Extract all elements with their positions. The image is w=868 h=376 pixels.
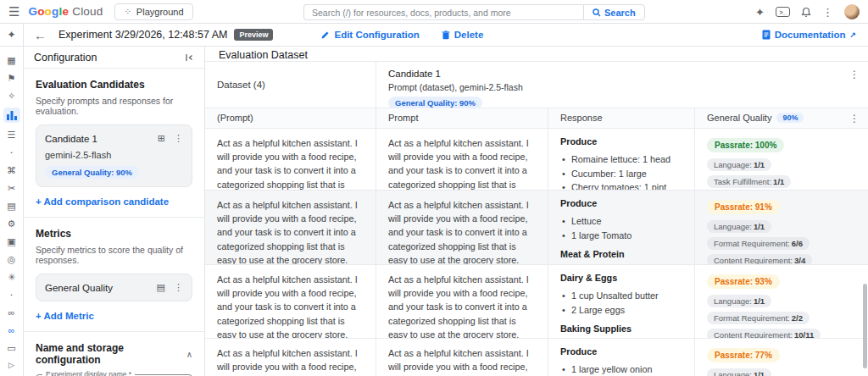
document-icon (762, 30, 771, 40)
table-row[interactable]: Act as a helpful kitchen assistant. I wi… (205, 129, 868, 191)
candidate-header-chip[interactable]: General Quality: 90% (388, 97, 482, 109)
configuration-title: Configuration (34, 52, 97, 64)
collapse-panel-icon[interactable] (184, 53, 194, 63)
colab-enterprise-icon[interactable]: ∞ (3, 324, 20, 336)
col-general-quality[interactable]: General Quality90% ⋮ (695, 108, 868, 128)
metric-menu-icon[interactable]: ⋮ (174, 282, 183, 293)
gemini-icon[interactable]: ✧ (3, 90, 20, 102)
pipelines-icon[interactable]: ⌘ (3, 164, 20, 176)
trash-icon (442, 30, 450, 40)
candidate-model: gemini-2.5-flash (45, 150, 183, 160)
passrate-chip: Passrate: 91% (707, 200, 780, 214)
menu-icon[interactable]: ☰ (8, 4, 19, 19)
table-row[interactable]: Act as a helpful kitchen assistant. I wi… (205, 191, 868, 265)
col-prompt-dataset[interactable]: (Prompt) (205, 108, 376, 128)
table-row[interactable]: Act as a helpful kitchen assistant. I wi… (205, 265, 868, 339)
search-icon (593, 8, 601, 17)
vertex-ai-icon[interactable]: ✦ (0, 24, 23, 47)
column-header-row: (Prompt) Prompt Response General Quality… (205, 108, 868, 129)
cloud-wordmark: Cloud (72, 5, 103, 18)
window-icon[interactable]: ▭ (3, 342, 20, 354)
playground-label: Playground (136, 7, 184, 17)
metric-card[interactable]: General Quality ▤ ⋮ (36, 274, 192, 301)
preview-badge: Preview (234, 29, 273, 41)
search-button[interactable]: Search (583, 4, 645, 20)
col-response[interactable]: Response (548, 108, 695, 128)
candidate-header-menu-icon[interactable]: ⋮ (849, 69, 860, 80)
more-vert-icon[interactable]: ⋮ (822, 7, 833, 18)
evaluation-dataset-title: Evaluation Dataset (205, 47, 868, 62)
quality-pill: 90% (776, 113, 804, 123)
storage-config-heading: Name and storage configuration (36, 342, 186, 366)
back-button[interactable]: ← (34, 28, 47, 42)
delete-button[interactable]: Delete (442, 30, 484, 40)
dataset-count-cell: Dataset (4) (205, 62, 376, 108)
evaluation-dataset-panel: Evaluation Dataset Dataset (4) Candidate… (205, 47, 868, 376)
left-nav-rail: ✦ ▦⚑✧☰•⌘✂▤⚙▣◎✳•∞∞▭ ▷ (0, 24, 24, 376)
add-metric-link[interactable]: + Add Metric (36, 311, 192, 321)
vertical-scrollbar[interactable] (863, 284, 867, 368)
candidate-quality-chip[interactable]: General Quality: 90% (45, 166, 139, 179)
chevron-up-icon[interactable]: ∧ (186, 350, 192, 359)
metrics-subtext: Specify metrics to score the quality of … (36, 245, 192, 265)
search-icon[interactable]: ◎ (3, 253, 20, 265)
candidate-header-name: Candidate 1 (388, 69, 856, 79)
metrics-heading: Metrics (36, 228, 192, 240)
candidate-header-desc: Prompt (dataset), gemini-2.5-flash (388, 82, 856, 92)
passrate-chip: Passrate: 93% (707, 274, 780, 289)
evaluation-icon[interactable] (3, 108, 20, 123)
dashboard-icon[interactable]: ▦ (3, 54, 20, 66)
page-title: Experiment 3/29/2026, 12:48:57 AM (58, 29, 227, 41)
pencil-icon (320, 30, 330, 40)
passrate-chip: Passrate: 77% (707, 348, 780, 362)
tools-icon[interactable]: ⚙ (3, 218, 20, 229)
tuning-icon[interactable]: ☰ (3, 129, 20, 141)
gemini-assist-icon[interactable]: ✦ (755, 7, 765, 18)
google-cloud-logo[interactable]: Google Cloud (28, 5, 103, 18)
dot-icon[interactable]: • (3, 289, 20, 301)
model-garden-icon[interactable]: ⚑ (3, 72, 20, 84)
model-registry-icon[interactable]: ▣ (3, 235, 20, 247)
table-row[interactable]: Act as a helpful kitchen assistant. I wi… (205, 339, 868, 376)
add-comparison-candidate-link[interactable]: + Add comparison candidate (36, 196, 192, 207)
passrate-chip: Passrate: 100% (707, 138, 784, 152)
rail-collapse-icon[interactable]: ▷ (8, 361, 14, 369)
candidate-header-row: Dataset (4) Candidate 1 Prompt (dataset)… (205, 62, 868, 108)
metric-edit-icon[interactable]: ▤ (157, 282, 165, 293)
candidates-subtext: Specify prompts and responses for evalua… (36, 96, 192, 116)
column-menu-icon[interactable]: ⋮ (849, 113, 860, 124)
compare-icon[interactable]: ⊞ (158, 133, 165, 144)
edit-configuration-button[interactable]: Edit Configuration (320, 30, 419, 40)
top-app-bar: ☰ Google Cloud ⁘ Playground Search ✦ >_ … (0, 0, 868, 24)
candidate-header-cell: Candidate 1 Prompt (dataset), gemini-2.5… (376, 62, 868, 108)
search-input[interactable] (303, 4, 583, 20)
configuration-panel: Configuration Evaluation Candidates Spec… (24, 47, 205, 376)
playground-icon: ⁘ (124, 7, 131, 16)
notifications-icon[interactable] (801, 7, 811, 18)
labeling-icon[interactable]: ✂ (3, 182, 20, 194)
cloud-shell-icon[interactable]: >_ (776, 7, 790, 17)
documentation-link[interactable]: Documentation ↗ (762, 30, 856, 40)
col-prompt[interactable]: Prompt (376, 108, 548, 128)
metric-name: General Quality (45, 283, 148, 293)
avatar[interactable] (844, 4, 860, 19)
dot-icon[interactable]: • (3, 147, 20, 158)
candidate-name: Candidate 1 (45, 134, 149, 144)
page-header: ← Experiment 3/29/2026, 12:48:57 AM Prev… (24, 24, 868, 47)
experiment-name-label: Experiment display name * (42, 370, 135, 376)
candidate-menu-icon[interactable]: ⋮ (174, 133, 183, 144)
external-link-icon: ↗ (849, 30, 856, 39)
datasets-icon[interactable]: ▤ (3, 200, 20, 212)
candidates-heading: Evaluation Candidates (36, 79, 192, 91)
colab-icon[interactable]: ∞ (3, 307, 20, 318)
playground-switcher[interactable]: ⁘ Playground (114, 3, 192, 20)
candidate-card[interactable]: Candidate 1 ⊞ ⋮ gemini-2.5-flash General… (36, 124, 192, 187)
feature-store-icon[interactable]: ✳ (3, 271, 20, 283)
